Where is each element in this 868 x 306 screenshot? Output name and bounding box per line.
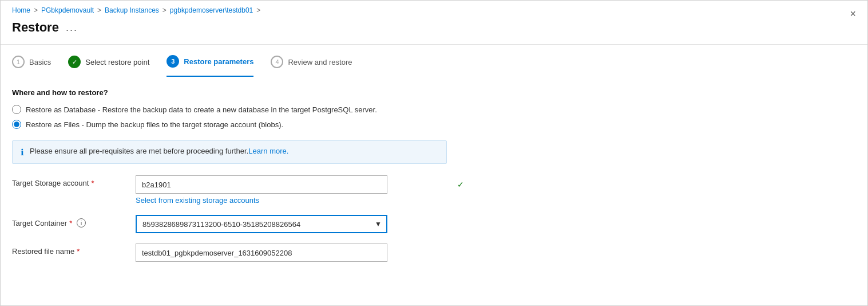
restore-type-group: Restore as Database - Restore the backup… [12,105,856,129]
step-1-label: Basics [29,58,51,66]
page-title: Restore [12,20,59,35]
radio-restore-files-input[interactable] [12,120,21,129]
breadcrumb-sep-1: > [34,6,38,14]
wizard-steps: 1 Basics ✓ Select restore point 3 Restor… [1,45,867,77]
radio-restore-db[interactable]: Restore as Database - Restore the backup… [12,105,856,114]
step-2-label: Select restore point [85,58,149,66]
restored-file-name-input[interactable] [136,244,387,262]
breadcrumb-sep-3: > [162,6,167,14]
radio-restore-db-input[interactable] [12,105,21,114]
breadcrumb-sep-2: > [97,6,101,14]
storage-account-label: Target Storage account * [12,175,126,187]
step-3-circle: 3 [167,55,179,68]
target-container-dropdown[interactable]: 8593828689873113200-6510-35185208826564 [136,215,387,233]
step-review-restore[interactable]: 4 Review and restore [271,56,352,76]
learn-more-link[interactable]: Learn more. [248,147,288,155]
page-header: Restore ... [1,18,867,44]
step-4-circle: 4 [271,56,283,68]
target-container-label: Target Container * i [12,215,126,227]
step-restore-parameters[interactable]: 3 Restore parameters [167,55,253,77]
info-banner-text: Please ensure all pre-requisites are met… [30,147,288,155]
breadcrumb: Home > PGbkpdemovault > Backup Instances… [1,1,867,18]
step-3-label: Restore parameters [184,57,253,66]
target-container-row: Target Container * i 8593828689873113200… [12,215,470,233]
radio-restore-files[interactable]: Restore as Files - Dump the backup files… [12,120,856,129]
storage-account-row: Target Storage account * ✓ Select from e… [12,175,470,205]
breadcrumb-sep-4: > [256,6,260,14]
select-storage-accounts-link[interactable]: Select from existing storage accounts [136,196,470,205]
restored-file-name-required: * [77,247,80,256]
step-2-circle: ✓ [68,56,81,68]
restored-file-name-row: Restored file name * [12,244,470,262]
target-container-required: * [69,219,72,227]
info-banner: ℹ Please ensure all pre-requisites are m… [12,140,447,164]
more-options-button[interactable]: ... [66,22,78,34]
step-select-restore-point[interactable]: ✓ Select restore point [68,56,149,76]
breadcrumb-server[interactable]: pgbkpdemoserver\testdb01 [170,6,253,14]
storage-account-input[interactable] [136,175,387,194]
breadcrumb-vault[interactable]: PGbkpdemovault [41,6,94,14]
storage-account-check: ✓ [457,180,464,189]
restored-file-name-label: Restored file name * [12,244,126,256]
target-container-input-group: 8593828689873113200-6510-35185208826564 … [136,215,470,233]
step-1-circle: 1 [12,56,25,68]
storage-account-input-group: ✓ Select from existing storage accounts [136,175,470,205]
form-section: Target Storage account * ✓ Select from e… [12,175,470,262]
breadcrumb-home[interactable]: Home [12,6,30,14]
target-container-dropdown-wrapper: 8593828689873113200-6510-35185208826564 … [136,215,387,233]
restore-window: Home > PGbkpdemovault > Backup Instances… [0,0,868,306]
radio-restore-db-label: Restore as Database - Restore the backup… [26,105,377,114]
section-title: Where and how to restore? [12,88,856,97]
radio-restore-files-label: Restore as Files - Dump the backup files… [26,120,283,129]
step-basics[interactable]: 1 Basics [12,56,51,76]
storage-account-required: * [91,179,94,187]
step-4-label: Review and restore [288,58,352,66]
content-area: Where and how to restore? Restore as Dat… [1,77,867,273]
storage-account-input-wrapper: ✓ [136,175,470,194]
target-container-info-icon[interactable]: i [77,218,86,227]
restored-file-name-input-group [136,244,470,262]
info-icon: ℹ [21,147,24,158]
breadcrumb-backup-instances[interactable]: Backup Instances [105,6,159,14]
close-button[interactable]: × [850,9,856,19]
